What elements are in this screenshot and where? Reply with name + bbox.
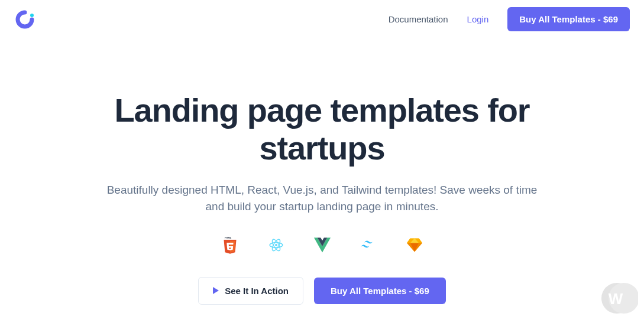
tech-icons-row: HTML [35,237,609,253]
top-nav: Documentation Login Buy All Templates - … [389,7,630,31]
vue-icon [314,237,331,253]
hero-buy-button[interactable]: Buy All Templates - $69 [314,278,446,304]
svg-text:HTML: HTML [225,236,232,239]
see-in-action-label: See It In Action [225,286,289,296]
svg-point-0 [30,14,34,17]
nav-login-link[interactable]: Login [467,14,489,24]
svg-point-2 [274,244,277,246]
sketch-icon [406,237,423,253]
html5-icon: HTML [222,237,238,253]
play-icon [213,287,219,294]
cta-row: See It In Action Buy All Templates - $69 [35,277,609,305]
nav-documentation-link[interactable]: Documentation [389,14,448,24]
hero-section: Landing page templates for startups Beau… [0,38,644,305]
hero-subtitle: Beautifully designed HTML, React, Vue.js… [98,182,547,216]
svg-text:W: W [609,290,623,308]
see-in-action-button[interactable]: See It In Action [198,277,303,305]
react-icon [268,237,284,253]
hero-title: Landing page templates for startups [86,92,559,168]
brand-logo[interactable] [14,9,35,30]
tailwind-icon [360,237,377,253]
nav-buy-button[interactable]: Buy All Templates - $69 [507,7,630,31]
watermark-badge: W [600,279,638,317]
header: Documentation Login Buy All Templates - … [0,0,644,38]
